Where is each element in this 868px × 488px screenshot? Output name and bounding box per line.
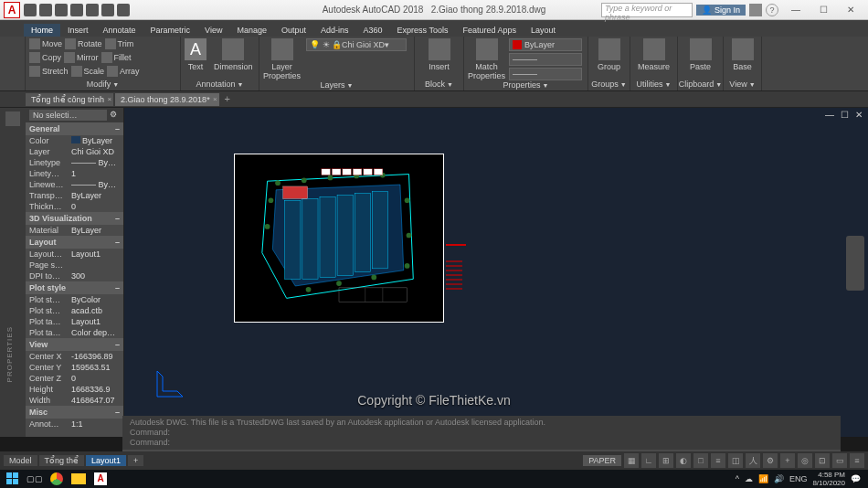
wifi-icon[interactable]: 📶 [758, 474, 768, 483]
ribbon-tab-manage[interactable]: Manage [229, 24, 274, 37]
prop-row[interactable]: LayerChi Gioi XD [26, 146, 123, 157]
panel-label-properties[interactable]: Properties▼ [468, 80, 584, 90]
trim-button[interactable]: Trim [105, 38, 134, 49]
layer-combo[interactable]: 💡 ☀ 🔒 Chi Gioi XD ▾ [306, 38, 407, 51]
tray-chevron-icon[interactable]: ^ [736, 474, 739, 483]
annomon-icon[interactable]: + [780, 453, 795, 468]
annoscale-icon[interactable]: 人 [746, 453, 760, 468]
prop-row[interactable]: Height1668336.9 [26, 384, 123, 395]
prop-row[interactable]: Plot st…ByColor [26, 294, 123, 305]
palette-icon[interactable] [5, 111, 20, 126]
layout-tab[interactable]: Tổng thể [39, 455, 85, 466]
prop-category[interactable]: General– [26, 122, 123, 135]
grid-icon[interactable]: ▦ [624, 453, 639, 468]
navigation-bar[interactable] [846, 236, 864, 291]
lineweight-icon[interactable]: ≡ [711, 453, 725, 468]
notifications-icon[interactable]: 💬 [851, 474, 861, 483]
move-button[interactable]: Move [29, 38, 62, 49]
match-properties-button[interactable]: Match Properties [468, 38, 505, 80]
doc-close-button[interactable]: ✕ [853, 110, 864, 120]
ribbon-tab-a360[interactable]: A360 [356, 24, 390, 37]
prop-row[interactable]: Linetype——— ByL… [26, 157, 123, 168]
app-logo[interactable]: A [4, 2, 20, 18]
measure-button[interactable]: Measure [634, 38, 673, 71]
linetype-combo[interactable]: ——— [509, 68, 582, 80]
panel-label-layers[interactable]: Layers▼ [263, 80, 410, 90]
prop-row[interactable]: Annot…1:1 [26, 419, 123, 430]
color-combo[interactable]: ByLayer [509, 38, 582, 51]
ribbon-tab-addins[interactable]: Add-ins [313, 24, 356, 37]
ribbon-tab-featured[interactable]: Featured Apps [455, 24, 524, 37]
qat-undo-icon[interactable] [101, 4, 114, 16]
layout-tab-layout1[interactable]: Layout1 [86, 455, 126, 466]
panel-label-clipboard[interactable]: Clipboard▼ [682, 80, 719, 89]
base-view-button[interactable]: Base [727, 38, 757, 71]
paste-button[interactable]: Paste [682, 38, 719, 71]
fillet-button[interactable]: Fillet [101, 52, 132, 63]
ribbon-tab-parametric[interactable]: Parametric [143, 24, 198, 37]
ribbon-tab-insert[interactable]: Insert [60, 24, 96, 37]
qat-redo-icon[interactable] [117, 4, 130, 16]
prop-row[interactable]: Plot st…acad.ctb [26, 305, 123, 316]
panel-label-modify[interactable]: Modify▼ [29, 80, 176, 89]
mirror-button[interactable]: Mirror [64, 52, 99, 63]
prop-row[interactable]: ColorByLayer [26, 135, 123, 146]
qat-saveas-icon[interactable] [70, 4, 83, 16]
prop-category[interactable]: Layout– [26, 236, 123, 249]
prop-row[interactable]: Center Y159563.51 [26, 362, 123, 373]
insert-block-button[interactable]: Insert [418, 38, 460, 71]
prop-row[interactable]: Center Z0 [26, 373, 123, 384]
prop-row[interactable]: Page s… [26, 260, 123, 271]
prop-row[interactable]: Linety…1 [26, 168, 123, 179]
properties-tab-label[interactable]: PROPERTIES [5, 326, 14, 382]
taskview-button[interactable]: ▢▢ [24, 471, 46, 487]
prop-row[interactable]: Plot ta…Color depe… [26, 327, 123, 338]
cleanscreen-icon[interactable]: ▭ [832, 453, 847, 468]
text-button[interactable]: AText [185, 38, 206, 71]
layout-tab-add[interactable]: + [128, 455, 143, 466]
minimize-button[interactable]: — [782, 2, 810, 18]
panel-label-block[interactable]: Block▼ [418, 80, 460, 89]
prop-row[interactable]: MaterialByLayer [26, 225, 123, 236]
explorer-icon[interactable] [68, 471, 90, 487]
layout-tab-model[interactable]: Model [4, 455, 37, 466]
qat-save-icon[interactable] [55, 4, 68, 16]
quickselect-icon[interactable]: ⚙ [107, 110, 120, 121]
prop-category[interactable]: Misc– [26, 406, 123, 419]
scale-button[interactable]: Scale [71, 66, 105, 77]
chrome-icon[interactable] [46, 471, 68, 487]
qat-open-icon[interactable] [39, 4, 52, 16]
ortho-icon[interactable]: ⊞ [659, 453, 673, 468]
draw-flyout[interactable] [0, 37, 26, 90]
panel-label-annotation[interactable]: Annotation▼ [185, 80, 255, 89]
array-button[interactable]: Array [107, 66, 140, 77]
qat-new-icon[interactable] [24, 4, 37, 16]
prop-category[interactable]: Plot style– [26, 281, 123, 294]
group-button[interactable]: Group [592, 38, 626, 71]
customize-icon[interactable]: ≡ [850, 453, 864, 468]
space-toggle[interactable]: PAPER [583, 455, 621, 466]
panel-label-groups[interactable]: Groups▼ [592, 80, 626, 89]
help-search[interactable]: Type a keyword or phrase [601, 3, 693, 17]
close-tab-icon[interactable]: × [107, 95, 111, 103]
ribbon-tab-view[interactable]: View [197, 24, 229, 37]
layer-properties-button[interactable]: Layer Properties [263, 38, 301, 80]
ribbon-tab-home[interactable]: Home [24, 24, 60, 37]
stretch-button[interactable]: Stretch [29, 66, 69, 77]
ribbon-tab-express[interactable]: Express Tools [390, 24, 456, 37]
dimension-button[interactable]: Dimension [214, 38, 253, 71]
file-tab[interactable]: 2.Giao thong 28.9.2018*× [115, 93, 219, 106]
start-button[interactable] [2, 471, 24, 487]
ribbon-tab-output[interactable]: Output [274, 24, 313, 37]
close-button[interactable]: ✕ [837, 2, 864, 18]
ribbon-tab-annotate[interactable]: Annotate [96, 24, 143, 37]
help-icon[interactable]: ? [766, 4, 778, 16]
maximize-button[interactable]: ☐ [810, 2, 837, 18]
prop-row[interactable]: Transp…ByLayer [26, 190, 123, 201]
prop-row[interactable]: Layout…Layout1 [26, 249, 123, 260]
file-tab[interactable]: Tổng thể công trình× [26, 93, 113, 106]
prop-row[interactable]: DPI to…300 [26, 271, 123, 281]
prop-category[interactable]: 3D Visualization– [26, 212, 123, 225]
lineweight-combo[interactable]: ——— [509, 53, 582, 66]
selection-combo[interactable]: No selecti… [29, 110, 107, 121]
